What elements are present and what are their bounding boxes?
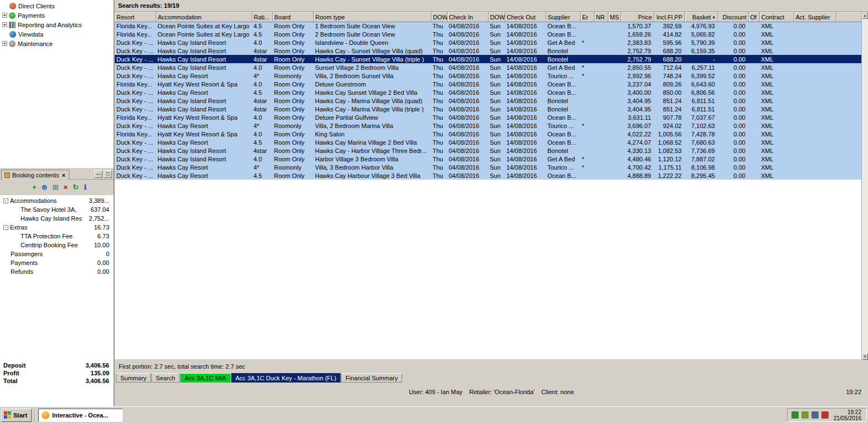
column-header-nr[interactable]: NR (594, 12, 608, 22)
table-row[interactable]: Florida Key...Hyatt Key West Resort & Sp… (115, 130, 861, 138)
nav-item-direct-clients[interactable]: Direct Clients (0, 1, 114, 11)
tab-summary[interactable]: Summary (116, 373, 151, 383)
scroll-up-icon[interactable]: ▲ (862, 12, 868, 19)
column-header-basket[interactable]: Basket▼ (684, 12, 718, 22)
table-row[interactable]: Florida Key...Ocean Pointe Suites at Key… (115, 30, 861, 38)
booking-contents-tab[interactable]: Booking contents × (1, 170, 69, 180)
globe-icon[interactable]: ⊕ (42, 184, 48, 191)
booking-item-passengers[interactable]: Passengers0 (0, 249, 114, 258)
table-row[interactable]: Duck Key - ...Hawks Cay Resort4.5Room On… (115, 138, 861, 146)
tray-network-icon[interactable] (791, 411, 799, 419)
cell-nr (594, 121, 608, 130)
cell-board: Roomonly (272, 72, 313, 80)
cell-contract: XML (759, 55, 794, 63)
column-header-supplier[interactable]: Supplier (546, 12, 580, 22)
table-row[interactable]: Florida Key...Hyatt Key West Resort & Sp… (115, 113, 861, 121)
column-header-accommodation[interactable]: Accommodation (156, 12, 252, 22)
collapse-minus-icon[interactable]: - (3, 198, 8, 203)
cell-accommodation: Hawks Cay Island Resort (156, 155, 252, 163)
table-row[interactable]: Duck Key - ...Hawks Cay Island Resort4.0… (115, 63, 861, 72)
table-row[interactable]: Duck Key - ...Hawks Cay Island Resort4st… (115, 96, 861, 105)
nav-item-maintenance[interactable]: +Maintenance (0, 39, 114, 48)
column-header-rati[interactable]: Rati... (252, 12, 272, 22)
cell-er: * (580, 163, 594, 171)
table-row[interactable]: Duck Key - ...Hawks Cay Resort4*Roomonly… (115, 72, 861, 80)
cell-price: 2,383.83 (621, 38, 654, 47)
table-row[interactable]: Duck Key - ...Hawks Cay Resort4*Roomonly… (115, 121, 861, 130)
cell-price: 2,850.55 (621, 63, 654, 72)
booking-item-accommodations[interactable]: -Accommodations3,389... (0, 196, 114, 205)
table-row[interactable]: Duck Key - ...Hawks Cay Resort4.5Room On… (115, 88, 861, 96)
column-header-er[interactable]: Er (580, 12, 594, 22)
collapse-minus-icon[interactable]: - (3, 225, 8, 230)
table-row[interactable]: Duck Key - ...Hawks Cay Island Resort4st… (115, 47, 861, 55)
refresh-icon[interactable]: ↻ (73, 184, 79, 191)
cell-nr (594, 55, 608, 63)
tray-alert-icon[interactable] (821, 411, 829, 419)
cell-dow: Thu (431, 146, 447, 155)
nav-item-viewdata[interactable]: Viewdata (0, 29, 114, 39)
tab-financial-summary[interactable]: Financial Summary (341, 373, 402, 383)
vertical-scrollbar[interactable]: ▲ ▼ (861, 12, 868, 360)
booking-item-hawks-cay-island-res[interactable]: Hawks Cay Island Res2,752... (0, 214, 114, 223)
column-header-board[interactable]: Board (272, 12, 313, 22)
column-header-of[interactable]: Of (748, 12, 759, 22)
delete-icon[interactable]: × (63, 184, 68, 191)
column-header-price[interactable]: Price (621, 12, 654, 22)
tray-message-icon[interactable] (801, 411, 809, 419)
tab-acc-3a-1c-duck-key-marathon-fl[interactable]: Acc 3A,1C Duck Key - Marathon (FL) (231, 373, 341, 383)
column-header-room-type[interactable]: Room type (313, 12, 431, 22)
column-header-check-out[interactable]: Check Out (505, 12, 546, 22)
tab-search[interactable]: Search (151, 373, 180, 383)
table-row[interactable]: Duck Key - ...Hawks Cay Island Resort4.0… (115, 38, 861, 47)
minimize-button[interactable]: — (94, 170, 103, 178)
column-header-incl-fl-pp[interactable]: Incl.Fl.PP (654, 12, 684, 22)
column-header-dow[interactable]: DOW (488, 12, 505, 22)
close-icon[interactable]: × (61, 172, 65, 178)
expand-plus-icon[interactable]: + (2, 22, 7, 27)
add-icon[interactable]: + (32, 184, 37, 191)
cell-price: 4,700.42 (621, 163, 654, 171)
cell-room-type: Hawks Cay - Sunset Village Villa (quad) (313, 47, 431, 55)
column-header-discount[interactable]: Discount (718, 12, 748, 22)
booking-item-refunds[interactable]: Refunds0.00 (0, 267, 114, 276)
restore-button[interactable]: □ (104, 170, 112, 178)
table-row[interactable]: Duck Key - ...Hawks Cay Island Resort4.0… (115, 155, 861, 163)
booking-item-payments[interactable]: Payments0.00 (0, 258, 114, 267)
table-row[interactable]: Duck Key - ...Hawks Cay Island Resort4st… (115, 105, 861, 113)
export-icon[interactable]: ⊞ (53, 184, 59, 191)
cell-contract: XML (759, 80, 794, 88)
booking-item-the-savoy-hotel-3a[interactable]: The Savoy Hotel 3A,637.04 (0, 205, 114, 214)
taskbar-task-button[interactable]: Interactive - Ocea... (38, 409, 123, 422)
column-header-contract[interactable]: Contract (759, 12, 794, 22)
expand-plus-icon[interactable]: + (2, 41, 7, 46)
cell-price: 3,237.04 (621, 80, 654, 88)
cell-resort: Florida Key... (115, 30, 156, 38)
column-header-ms[interactable]: MS (608, 12, 621, 22)
booking-item-tta-protection-fee[interactable]: TTA Protection Fee6.73 (0, 232, 114, 241)
table-row[interactable]: Duck Key - ...Hawks Cay Resort4*Roomonly… (115, 163, 861, 171)
cell-rati: 4star (252, 47, 272, 55)
column-header-act-supplier[interactable]: Act. Supplier (794, 12, 836, 22)
booking-item-extras[interactable]: -Extras16.73 (0, 223, 114, 232)
tab-acc-3a-1c-mia[interactable]: Acc 3A,1C MIA (180, 373, 231, 383)
column-header-resort[interactable]: Resort (115, 12, 156, 22)
summary-value: 3,406.56 (85, 378, 109, 384)
viewdata-icon (9, 31, 16, 38)
nav-item-reporting-and-analytics[interactable]: +Reporting and Analytics (0, 20, 114, 29)
booking-item-centtrip-booking-fee[interactable]: Centtrip Booking Fee10.00 (0, 241, 114, 249)
cell-contract: XML (759, 163, 794, 171)
table-row[interactable]: Florida Key...Hyatt Key West Resort & Sp… (115, 80, 861, 88)
expand-plus-icon[interactable]: + (2, 13, 7, 18)
table-row[interactable]: Florida Key...Ocean Pointe Suites at Key… (115, 22, 861, 30)
start-button[interactable]: Start (1, 409, 32, 422)
cell-price: 3,404.95 (621, 96, 654, 105)
table-row[interactable]: Duck Key - ...Hawks Cay Island Resort4st… (115, 146, 861, 155)
tray-display-icon[interactable] (811, 411, 819, 419)
column-header-check-in[interactable]: Check In (447, 12, 488, 22)
table-row[interactable]: Duck Key - ...Hawks Cay Resort4.5Room On… (115, 171, 861, 180)
column-header-dow[interactable]: DOW (431, 12, 447, 22)
table-row[interactable]: Duck Key - ...Hawks Cay Island Resort4st… (115, 55, 861, 63)
nav-item-payments[interactable]: +Payments (0, 11, 114, 20)
info-icon[interactable]: ℹ (84, 184, 87, 191)
